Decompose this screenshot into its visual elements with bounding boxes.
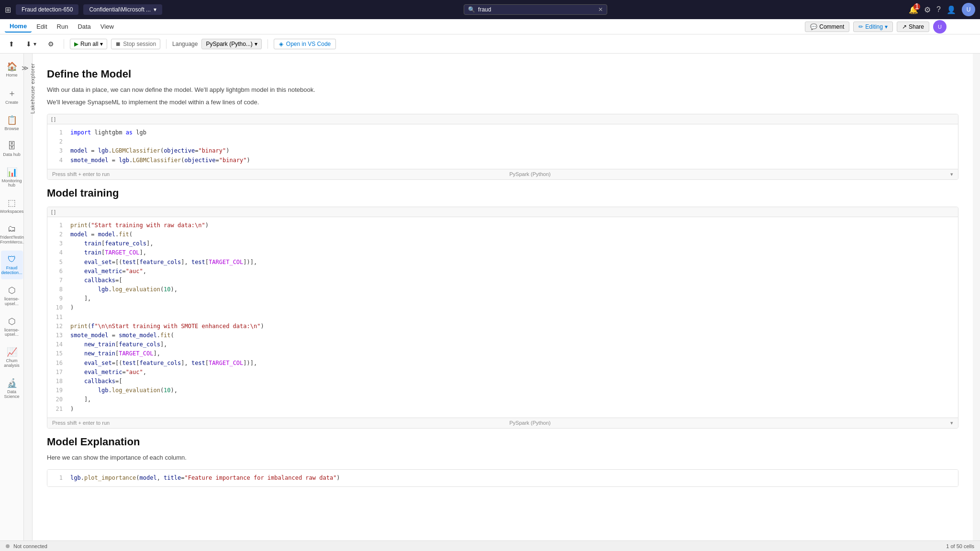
collapse-button[interactable]: ≫ (21, 63, 30, 73)
right-scrollbar[interactable] (973, 54, 980, 540)
app-grid-button[interactable]: ⊞ (5, 5, 11, 14)
cell1-line-numbers: 1 2 3 4 (47, 128, 67, 165)
sidebar-item-fraud[interactable]: 🛡 Fraud detection... (1, 251, 23, 279)
notification-button[interactable]: 🔔 1 (909, 5, 918, 14)
tab2-label: Confidential\Microsoft ... (89, 6, 151, 13)
download-button[interactable]: ⬇ ▾ (22, 38, 40, 50)
sidebar-item-home[interactable]: 🏠 Home (1, 57, 23, 82)
menu-data[interactable]: Data (73, 21, 95, 32)
create-icon: ＋ (8, 88, 16, 99)
comment-button[interactable]: 💬 Comment (805, 22, 849, 32)
sidebar-label-workspaces: Workspaces (0, 209, 23, 214)
sidebar-label-browse: Browse (4, 127, 19, 132)
workspace-tab[interactable]: Confidential\Microsoft ... ▾ (83, 4, 162, 15)
cell-info: 1 of 50 cells (946, 543, 974, 549)
explorer-sidebar: ≫ Lakehouse explorer (24, 54, 33, 540)
browse-icon: 📋 (7, 115, 17, 125)
c2l7: callbacks=[ (70, 276, 954, 285)
toolbar-separator-2 (166, 39, 167, 49)
menu-home[interactable]: Home (5, 21, 32, 33)
gear-icon: ⚙ (48, 40, 54, 48)
sidebar-item-license1[interactable]: ⬡ license-upsel... (1, 281, 23, 310)
c3l1: lgb.plot_importance(model, title="Featur… (70, 474, 954, 483)
menu-view[interactable]: View (96, 21, 119, 32)
stop-label: Stop session (123, 41, 156, 47)
sidebar-item-datahub[interactable]: 🗄 Data hub (1, 137, 23, 161)
search-bar: 🔍 ✕ (167, 4, 904, 15)
sidebar-item-trident[interactable]: 🗂 TridentTestin gFromMercu... (1, 220, 23, 249)
cell1-body[interactable]: 1 2 3 4 import lightgbm as lgb model = l… (47, 124, 958, 169)
save-button[interactable]: ⬆ (5, 38, 18, 50)
stop-session-button[interactable]: ⏹ Stop session (111, 39, 160, 49)
cell2-body[interactable]: 1234567 891011121314 15161718192021 prin… (47, 217, 958, 418)
top-bar-actions: 🔔 1 ⚙ ? 👤 U (909, 3, 975, 16)
section2-heading: Model training (47, 187, 958, 199)
c2l17: eval_metric="auc", (70, 368, 954, 377)
editing-button[interactable]: ✏ Editing ▾ (853, 22, 893, 32)
sidebar-item-workspaces[interactable]: ⬚ Workspaces (1, 194, 23, 218)
cell1-code[interactable]: import lightgbm as lgb model = lgb.LGBMC… (67, 128, 958, 165)
sidebar-item-monitoring[interactable]: 📊 Monitoring hub (1, 163, 23, 192)
run-all-chevron: ▾ (100, 41, 103, 47)
sidebar-item-license2[interactable]: ⬡ license-upsel... (1, 312, 23, 342)
search-input[interactable] (478, 6, 595, 13)
c2l19: lgb.log_evaluation(10), (70, 386, 954, 395)
vscode-icon: ◈ (279, 41, 283, 47)
cell1-line1: import lightgbm as lgb (70, 128, 954, 137)
c2l5: eval_set=[(test[feature_cols], test[TARG… (70, 258, 954, 267)
toolbar-separator-3 (267, 39, 268, 49)
section1-text1: With our data in place, we can now defin… (47, 85, 958, 95)
sidebar-item-datascience[interactable]: 🔬 Data Science (1, 374, 23, 403)
cell1-line3: model = lgb.LGBMClassifier(objective="bi… (70, 146, 954, 155)
sidebar-label-license2: license-upsel... (3, 328, 21, 338)
notebook-settings-button[interactable]: ⚙ (44, 38, 58, 50)
cell1-header: [ ] (47, 114, 958, 124)
open-vscode-button[interactable]: ◈ Open in VS Code (274, 39, 336, 49)
cell2-code[interactable]: print("Start training with raw data:\n")… (67, 221, 958, 414)
sidebar-item-create[interactable]: ＋ Create (1, 84, 23, 109)
c2l21: ) (70, 405, 954, 414)
comment-label: Comment (819, 23, 844, 30)
play-icon: ▶ (74, 41, 78, 47)
run-all-button[interactable]: ▶ Run all ▾ (70, 39, 107, 49)
chum-icon: 📈 (7, 347, 17, 357)
connection-dot (6, 544, 10, 548)
collab-avatar[interactable]: U (933, 20, 947, 33)
status-left: Not connected (6, 543, 47, 549)
vscode-label: Open in VS Code (286, 41, 331, 47)
help-icon[interactable]: ? (936, 5, 941, 14)
cell2-line-numbers: 1234567 891011121314 15161718192021 (47, 221, 67, 414)
share-button[interactable]: ↗ Share (897, 22, 929, 32)
sidebar-label-create: Create (5, 100, 18, 105)
sidebar-label-datascience: Data Science (3, 390, 21, 399)
notebook-tab[interactable]: Fraud detection-650 (16, 4, 78, 15)
cell2-chevron: ▾ (950, 420, 953, 426)
datahub-icon: 🗄 (8, 141, 16, 151)
cell1-lang: PySpark (Python) (509, 171, 550, 177)
user-avatar[interactable]: U (962, 3, 975, 16)
c2l20: ], (70, 395, 954, 404)
language-chevron: ▾ (255, 41, 257, 47)
section3-text1: Here we can show the importance of each … (47, 453, 958, 463)
cell2-header: [ ] (47, 207, 958, 217)
settings-icon[interactable]: ⚙ (924, 5, 931, 14)
c2l11 (70, 313, 954, 322)
run-all-label: Run all (80, 41, 98, 47)
cell3-body[interactable]: 1 lgb.plot_importance(model, title="Feat… (47, 470, 958, 486)
sidebar-item-chum[interactable]: 📈 Chum analysis (1, 343, 23, 372)
language-selector[interactable]: PySpark (Pytho...) ▾ (201, 39, 261, 49)
license2-icon: ⬡ (8, 316, 16, 327)
content-area[interactable]: Define the Model With our data in place,… (33, 54, 973, 540)
status-right: 1 of 50 cells (946, 543, 974, 549)
menu-edit[interactable]: Edit (32, 21, 52, 32)
section1-text2: We'll leverage SynapseML to implement th… (47, 98, 958, 107)
account-icon[interactable]: 👤 (947, 5, 956, 14)
menu-run[interactable]: Run (52, 21, 73, 32)
main-layout: 🏠 Home ＋ Create 📋 Browse 🗄 Data hub 📊 Mo… (0, 54, 980, 540)
notification-badge: 1 (913, 3, 920, 10)
sidebar-label-chum: Chum analysis (3, 359, 21, 368)
sidebar-item-browse[interactable]: 📋 Browse (1, 111, 23, 135)
cell3-code[interactable]: lgb.plot_importance(model, title="Featur… (67, 474, 958, 483)
c2l13: smote_model = smote_model.fit( (70, 331, 954, 340)
close-icon[interactable]: ✕ (598, 6, 603, 13)
